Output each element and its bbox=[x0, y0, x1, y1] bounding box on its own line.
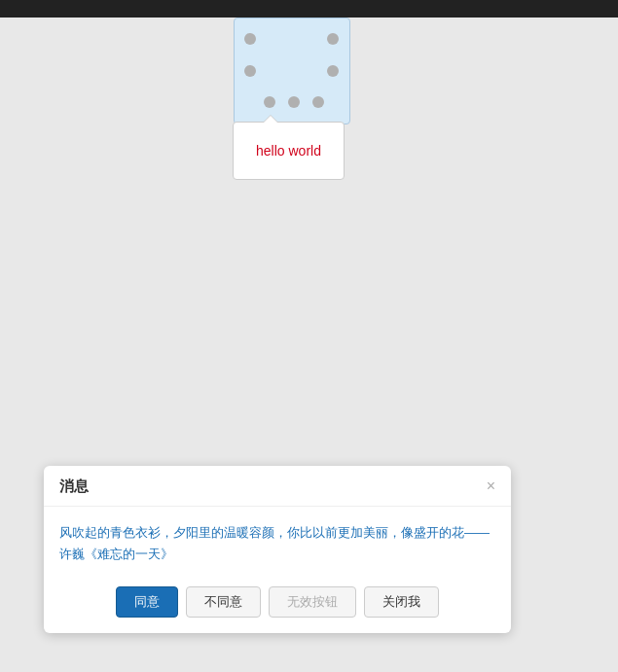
tooltip-text: hello world bbox=[256, 143, 321, 159]
dialog-container: 消息 × 风吹起的青色衣衫，夕阳里的温暖容颜，你比以前更加美丽，像盛开的花——许… bbox=[44, 466, 511, 633]
dialog-title: 消息 bbox=[59, 477, 89, 496]
invalid-button: 无效按钮 bbox=[269, 586, 356, 618]
dialog-header: 消息 × bbox=[44, 466, 511, 507]
widget-dot bbox=[288, 96, 300, 108]
top-bar bbox=[0, 0, 618, 18]
dialog-footer: 同意 不同意 无效按钮 关闭我 bbox=[44, 577, 511, 633]
widget-dot bbox=[327, 33, 339, 45]
widget-box bbox=[234, 18, 350, 124]
dialog-body-text: 风吹起的青色衣衫，夕阳里的温暖容颜，你比以前更加美丽，像盛开的花——许巍《难忘的… bbox=[59, 525, 490, 561]
widget-dot bbox=[264, 96, 275, 108]
widget-dot bbox=[244, 33, 256, 45]
agree-button[interactable]: 同意 bbox=[116, 586, 178, 618]
close-button[interactable]: 关闭我 bbox=[364, 586, 439, 618]
disagree-button[interactable]: 不同意 bbox=[186, 586, 261, 618]
widget-dot bbox=[327, 65, 339, 77]
dialog-body: 风吹起的青色衣衫，夕阳里的温暖容颜，你比以前更加美丽，像盛开的花——许巍《难忘的… bbox=[44, 507, 511, 577]
dialog-close-icon[interactable]: × bbox=[487, 478, 495, 494]
widget-dot bbox=[312, 96, 324, 108]
tooltip-box: hello world bbox=[233, 122, 345, 180]
widget-dot bbox=[244, 65, 256, 77]
